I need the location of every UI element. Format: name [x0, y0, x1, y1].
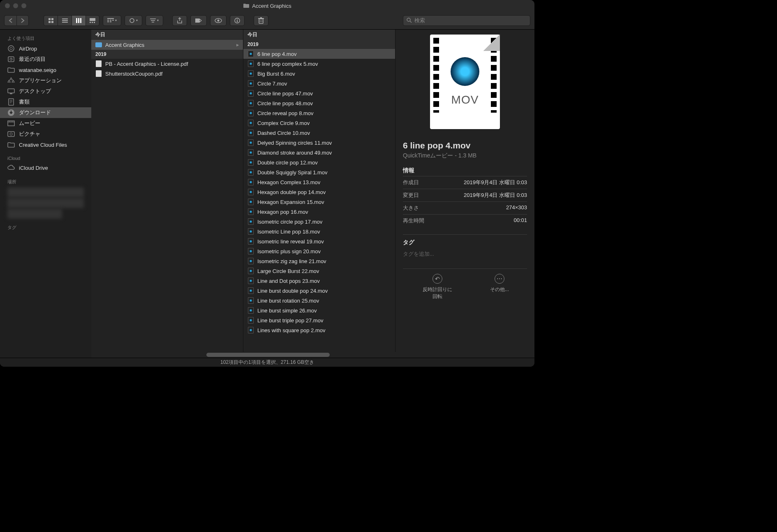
delete-button[interactable]: [254, 15, 268, 26]
search-placeholder: 検索: [414, 17, 425, 24]
file-item[interactable]: Delyed Spinning circles 11.mov: [243, 138, 395, 148]
forward-button[interactable]: [16, 15, 29, 26]
mov-icon: [248, 130, 254, 136]
zoom-button[interactable]: [21, 3, 26, 8]
sidebar-item[interactable]: watanabe.seigo: [0, 65, 91, 75]
sidebar-item-label: デスクトップ: [19, 88, 51, 95]
column-2[interactable]: 今日 2019 6 line pop 4.mov6 line pop compl…: [243, 30, 395, 358]
rotate-ccw-button[interactable]: ↶ 反時計回りに回転: [421, 274, 454, 300]
file-item[interactable]: ShutterstockCoupon.pdf: [91, 69, 243, 79]
redacted-location: [7, 198, 84, 208]
file-item[interactable]: 6 line pop 4.mov: [243, 49, 395, 59]
scrollbar-thumb[interactable]: [206, 353, 330, 357]
sidebar-item[interactable]: Creative Cloud Files: [0, 139, 91, 150]
column-1[interactable]: 今日 Accent Graphics 2019 PB - Accent Grap…: [91, 30, 243, 358]
sidebar-item[interactable]: iCloud Drive: [0, 162, 91, 173]
folder-icon: [7, 66, 15, 74]
file-item[interactable]: Isometric zig zag line 21.mov: [243, 256, 395, 266]
file-label: Accent Graphics: [105, 42, 144, 48]
file-item[interactable]: Hexagon Expansion 15.mov: [243, 197, 395, 207]
file-item[interactable]: 6 line pop complex 5.mov: [243, 59, 395, 69]
info-section-header: 情報: [403, 167, 527, 176]
sidebar-item[interactable]: AirDrop: [0, 43, 91, 54]
file-item[interactable]: Accent Graphics: [91, 40, 243, 50]
file-item[interactable]: Line burst double pop 24.mov: [243, 286, 395, 296]
sidebar-item[interactable]: デスクトップ: [0, 86, 91, 97]
more-actions-button[interactable]: ⋯ その他...: [490, 274, 509, 300]
list-view-button[interactable]: [58, 15, 72, 26]
window-title: Accent Graphics: [252, 3, 291, 9]
back-button[interactable]: [4, 15, 16, 26]
file-label: PB - Accent Graphics - License.pdf: [105, 61, 188, 67]
svg-point-24: [200, 20, 201, 21]
sidebar-item[interactable]: ダウンロード: [0, 107, 91, 118]
svg-rect-4: [62, 19, 68, 19]
action-menu-button[interactable]: ▾: [125, 15, 142, 26]
file-item[interactable]: Circle line pops 47.mov: [243, 88, 395, 98]
quicklook-button[interactable]: [210, 15, 227, 26]
file-item[interactable]: Isometric Line pop 18.mov: [243, 227, 395, 236]
file-item[interactable]: PB - Accent Graphics - License.pdf: [91, 59, 243, 69]
info-value: 2019年9月4日 水曜日 0:03: [464, 179, 527, 186]
column-group-header: 2019: [243, 40, 395, 49]
file-item[interactable]: Isometric plus sign 20.mov: [243, 246, 395, 256]
sidebar-item[interactable]: 書類: [0, 97, 91, 107]
sidebar-item[interactable]: ピクチャ: [0, 129, 91, 139]
folder-icon: [95, 42, 102, 47]
file-label: Line burst simple 26.mov: [257, 308, 317, 314]
info-button[interactable]: [230, 15, 245, 26]
toolbar: ▾ ▾ ▾ 検索: [0, 12, 534, 30]
sidebar-item[interactable]: アプリケーション: [0, 75, 91, 86]
file-item[interactable]: Line burst simple 26.mov: [243, 305, 395, 315]
file-item[interactable]: Line and Dot pops 23.mov: [243, 276, 395, 286]
file-item[interactable]: Complex Circle 9.mov: [243, 118, 395, 128]
svg-point-44: [10, 133, 12, 135]
share-button[interactable]: [172, 15, 187, 26]
file-item[interactable]: Line burst triple pop 27.mov: [243, 315, 395, 325]
file-item[interactable]: Circle line pops 48.mov: [243, 98, 395, 108]
file-item[interactable]: Hexagon double pop 14.mov: [243, 187, 395, 197]
file-item[interactable]: Double Squiggly Spiral 1.mov: [243, 167, 395, 177]
svg-point-35: [10, 47, 12, 50]
gallery-view-button[interactable]: [86, 15, 99, 26]
file-item[interactable]: Large Circle Burst 22.mov: [243, 266, 395, 276]
mov-icon: [248, 189, 254, 195]
file-item[interactable]: Diamond stroke around 49.mov: [243, 148, 395, 157]
file-label: Double circle pop 12.mov: [257, 160, 318, 166]
tags-input[interactable]: タグを追加...: [403, 248, 527, 260]
arrange-button[interactable]: ▾: [146, 15, 163, 26]
sidebar-item[interactable]: ムービー: [0, 118, 91, 129]
svg-rect-39: [10, 93, 12, 94]
minimize-button[interactable]: [13, 3, 18, 8]
file-item[interactable]: Double circle pop 12.mov: [243, 157, 395, 167]
file-item[interactable]: Line burst rotation 25.mov: [243, 296, 395, 305]
sidebar-item[interactable]: 最近の項目: [0, 54, 91, 65]
mov-icon: [248, 327, 254, 333]
svg-rect-19: [110, 21, 111, 22]
info-value: 274×303: [506, 204, 527, 212]
file-item[interactable]: Circle 7.mov: [243, 79, 395, 88]
file-item[interactable]: Dashed Circle 10.mov: [243, 128, 395, 138]
mov-icon: [248, 258, 254, 264]
info-row: 変更日2019年9月4日 水曜日 0:03: [403, 189, 527, 201]
file-label: 6 line pop complex 5.mov: [257, 61, 318, 67]
file-item[interactable]: Hexagon Complex 13.mov: [243, 177, 395, 187]
desktop-icon: [7, 88, 15, 95]
file-item[interactable]: Hexagon pop 16.mov: [243, 207, 395, 217]
file-label: Dashed Circle 10.mov: [257, 130, 310, 136]
horizontal-scrollbar[interactable]: [91, 352, 534, 358]
group-by-button[interactable]: ▾: [103, 15, 121, 26]
tag-button[interactable]: [190, 15, 207, 26]
file-item[interactable]: Isometric line reveal 19.mov: [243, 236, 395, 246]
status-bar: 102項目中の1項目を選択、271.16 GB空き: [0, 358, 534, 367]
sidebar-item-label: Creative Cloud Files: [19, 142, 67, 148]
file-item[interactable]: Circle reveal pop 8.mov: [243, 108, 395, 118]
file-item[interactable]: Lines with square pop 2.mov: [243, 325, 395, 335]
svg-rect-0: [49, 18, 51, 20]
search-field[interactable]: 検索: [403, 15, 530, 26]
column-view-button[interactable]: [72, 15, 86, 26]
file-item[interactable]: Big Burst 6.mov: [243, 69, 395, 79]
file-item[interactable]: Isometric circle pop 17.mov: [243, 217, 395, 227]
close-button[interactable]: [5, 3, 10, 8]
icon-view-button[interactable]: [44, 15, 58, 26]
